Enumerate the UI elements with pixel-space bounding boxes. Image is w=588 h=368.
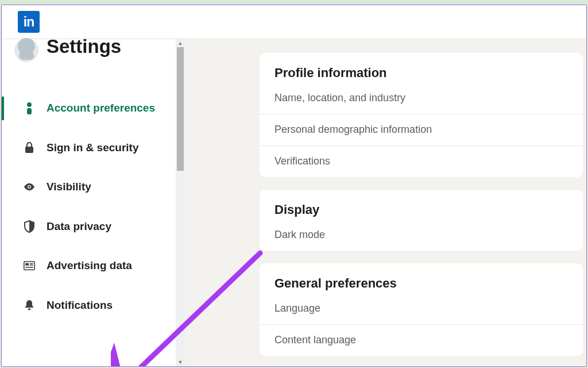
lock-icon	[24, 142, 35, 154]
row-name-location-industry[interactable]: Name, location, and industry	[260, 90, 583, 114]
svg-rect-10	[28, 308, 31, 310]
avatar[interactable]	[14, 38, 38, 62]
settings-sidebar: Settings Account preferences Sign in & s…	[2, 39, 176, 366]
svg-rect-1	[27, 108, 32, 114]
section-profile-information: Profile information Name, location, and …	[260, 53, 583, 177]
sidebar-item-label: Account preferences	[47, 100, 155, 117]
svg-point-4	[28, 186, 30, 188]
scroll-thumb[interactable]	[177, 47, 184, 171]
linkedin-logo[interactable]: in	[18, 11, 40, 33]
top-bar: in	[2, 5, 586, 39]
sidebar-item-label: Notifications	[47, 297, 113, 314]
scroll-down-icon[interactable]: ▼	[176, 358, 185, 366]
sidebar-nav: Account preferences Sign in & security V…	[2, 74, 176, 325]
sidebar-item-sign-in-security[interactable]: Sign in & security	[2, 128, 176, 168]
sidebar-item-visibility[interactable]: Visibility	[2, 167, 176, 207]
row-content-language[interactable]: Content language	[260, 324, 583, 356]
sidebar-scrollbar[interactable]: ▲ ▼	[176, 39, 185, 366]
sidebar-item-label: Advertising data	[47, 258, 132, 274]
svg-rect-5	[24, 262, 34, 270]
eye-icon	[24, 183, 35, 191]
shield-icon	[24, 220, 35, 233]
svg-rect-6	[25, 263, 29, 266]
linkedin-logo-text: in	[24, 14, 34, 30]
section-general-preferences: General preferences Language Content lan…	[260, 263, 583, 356]
svg-rect-2	[25, 147, 33, 153]
svg-rect-7	[30, 263, 33, 264]
sidebar-item-data-privacy[interactable]: Data privacy	[2, 207, 176, 247]
sidebar-header: Settings	[2, 39, 176, 74]
settings-content: Profile information Name, location, and …	[176, 39, 586, 366]
row-dark-mode[interactable]: Dark mode	[260, 227, 583, 251]
svg-rect-8	[30, 264, 33, 266]
svg-point-0	[27, 102, 32, 107]
news-icon	[24, 261, 35, 270]
row-verifications[interactable]: Verifications	[260, 145, 583, 177]
person-icon	[24, 102, 35, 114]
section-title: Profile information	[260, 53, 583, 90]
section-title: General preferences	[260, 263, 583, 300]
sidebar-item-label: Data privacy	[47, 218, 111, 235]
bell-icon	[24, 300, 35, 311]
section-title: Display	[260, 190, 583, 227]
sidebar-item-label: Visibility	[47, 179, 91, 195]
scroll-up-icon[interactable]: ▲	[176, 39, 185, 47]
sidebar-item-advertising-data[interactable]: Advertising data	[2, 246, 176, 286]
page-title: Settings	[47, 36, 121, 57]
svg-rect-9	[25, 267, 33, 268]
sidebar-item-label: Sign in & security	[47, 140, 138, 156]
row-personal-demographic[interactable]: Personal demographic information	[260, 114, 583, 145]
sidebar-item-notifications[interactable]: Notifications	[2, 286, 176, 325]
section-display: Display Dark mode	[260, 190, 583, 251]
row-language[interactable]: Language	[260, 300, 583, 324]
sidebar-item-account-preferences[interactable]: Account preferences	[2, 89, 176, 128]
